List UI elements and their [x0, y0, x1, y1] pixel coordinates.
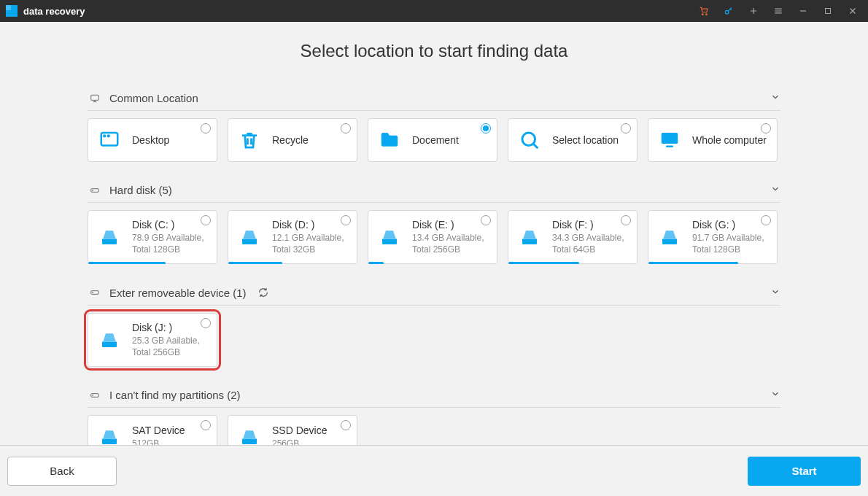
- radio[interactable]: [201, 420, 211, 430]
- disk-name: Disk (G: ): [692, 218, 764, 232]
- drive-icon: [88, 287, 102, 298]
- disk-name: Disk (C: ): [132, 218, 204, 232]
- disk-total: Total 256GB: [132, 346, 200, 358]
- search-icon: [517, 128, 542, 152]
- disk-name: Disk (J: ): [132, 321, 200, 335]
- add-button[interactable]: [741, 0, 766, 22]
- card-label: Docement: [412, 133, 459, 147]
- disk-available: 12.1 GB Available,: [272, 232, 344, 244]
- refresh-button[interactable]: [257, 286, 270, 299]
- common-card-desktop[interactable]: Desktop: [88, 118, 217, 162]
- disk-icon: [97, 225, 122, 249]
- radio[interactable]: [761, 215, 771, 225]
- titlebar: data recovery: [0, 0, 868, 22]
- disk-available: 91.7 GB Available,: [692, 232, 764, 244]
- chevron-down-icon: [770, 389, 780, 401]
- disk-available: 13.4 GB Available,: [412, 232, 484, 244]
- card-label: Whole computer: [692, 133, 767, 147]
- disk-card[interactable]: Disk (F: )34.3 GB Available,Total 64GB: [508, 210, 638, 264]
- disk-available: 78.9 GB Available,: [132, 232, 204, 244]
- svg-rect-6: [103, 135, 106, 138]
- svg-rect-9: [662, 133, 678, 144]
- menu-button[interactable]: [766, 0, 791, 22]
- svg-point-8: [522, 133, 535, 146]
- section-ext-header[interactable]: Exter removeable device (1): [88, 280, 780, 306]
- folder-icon: [377, 128, 402, 152]
- svg-point-1: [706, 14, 708, 15]
- disk-card[interactable]: Disk (E: )13.4 GB Available,Total 256GB: [368, 210, 497, 264]
- disk-icon: [237, 225, 262, 249]
- disk-name: Disk (D: ): [272, 218, 344, 232]
- radio[interactable]: [341, 215, 351, 225]
- drive-icon: [88, 390, 102, 401]
- section-hdd-header[interactable]: Hard disk (5): [88, 178, 780, 203]
- disk-card[interactable]: Disk (D: )12.1 GB Available,Total 32GB: [228, 210, 357, 264]
- svg-point-2: [725, 10, 729, 14]
- svg-rect-4: [91, 95, 99, 100]
- monitor-icon: [657, 128, 682, 152]
- close-button[interactable]: [840, 0, 865, 22]
- disk-card[interactable]: Disk (C: )78.9 GB Available,Total 128GB: [88, 210, 217, 264]
- disk-icon: [97, 328, 122, 352]
- section-lost-title: I can't find my partitions (2): [109, 389, 241, 401]
- app-title: data recovery: [23, 6, 85, 17]
- monitor-icon: [88, 93, 102, 104]
- radio[interactable]: [201, 123, 211, 133]
- common-card-docement[interactable]: Docement: [368, 118, 497, 162]
- common-card-whole-computer[interactable]: Whole computer: [648, 118, 778, 162]
- svg-rect-7: [107, 135, 110, 138]
- card-label: Select location: [552, 133, 619, 147]
- disk-total: Total 32GB: [272, 244, 344, 255]
- card-label: Recycle: [272, 133, 309, 147]
- radio[interactable]: [341, 123, 351, 133]
- disk-name: SSD Device: [272, 424, 327, 438]
- disk-total: Total 128GB: [132, 244, 204, 255]
- radio[interactable]: [621, 215, 631, 225]
- key-button[interactable]: [716, 0, 741, 22]
- maximize-button[interactable]: [815, 0, 840, 22]
- back-button[interactable]: Back: [7, 457, 117, 486]
- disk-card[interactable]: Disk (G: )91.7 GB Available,Total 128GB: [648, 210, 778, 264]
- svg-rect-3: [826, 9, 831, 14]
- trash-icon: [237, 128, 262, 152]
- section-ext-title: Exter removeable device (1): [109, 287, 247, 299]
- radio[interactable]: [201, 215, 211, 225]
- disk-total: Total 64GB: [552, 244, 624, 255]
- start-button[interactable]: Start: [748, 457, 861, 486]
- common-card-select-location[interactable]: Select location: [508, 118, 638, 162]
- disk-total: Total 128GB: [692, 244, 764, 255]
- cart-button[interactable]: [691, 0, 716, 22]
- section-lost-header[interactable]: I can't find my partitions (2): [88, 383, 780, 408]
- card-label: Desktop: [132, 133, 169, 147]
- disk-icon: [657, 225, 682, 249]
- minimize-button[interactable]: [791, 0, 815, 22]
- radio[interactable]: [201, 318, 211, 328]
- svg-point-16: [93, 395, 93, 395]
- radio[interactable]: [481, 123, 491, 133]
- section-common-title: Common Location: [109, 92, 198, 104]
- radio[interactable]: [341, 420, 351, 430]
- disk-icon: [377, 225, 402, 249]
- disk-card[interactable]: Disk (J: )25.3 GB Aailable,Total 256GB: [88, 313, 217, 367]
- app-logo: [6, 5, 18, 17]
- disk-name: SAT Device: [132, 424, 185, 438]
- footer: Back Start: [0, 445, 868, 496]
- chevron-down-icon: [770, 287, 780, 299]
- svg-point-14: [93, 292, 93, 292]
- page-heading: Select location to start finding data: [0, 41, 868, 61]
- chevron-down-icon: [770, 92, 780, 104]
- disk-name: Disk (E: ): [412, 218, 484, 232]
- svg-point-0: [702, 14, 703, 15]
- disk-name: Disk (F: ): [552, 218, 624, 232]
- disk-available: 34.3 GB Available,: [552, 232, 624, 244]
- section-common-header[interactable]: Common Location: [88, 86, 780, 111]
- disk-total: Total 256GB: [412, 244, 484, 255]
- disk-icon: [517, 225, 542, 249]
- disk-available: 25.3 GB Aailable,: [132, 335, 200, 346]
- section-hdd-title: Hard disk (5): [109, 184, 172, 196]
- radio[interactable]: [761, 123, 771, 133]
- radio[interactable]: [621, 123, 631, 133]
- svg-rect-10: [666, 146, 673, 148]
- common-card-recycle[interactable]: Recycle: [228, 118, 357, 162]
- radio[interactable]: [481, 215, 491, 225]
